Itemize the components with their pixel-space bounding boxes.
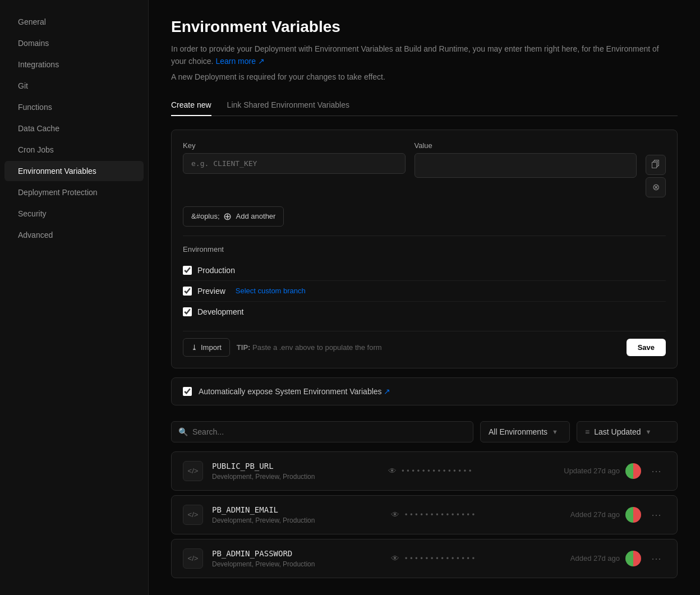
- learn-more-link[interactable]: Learn more ↗: [215, 57, 264, 66]
- sort-label: Last Updated: [594, 427, 641, 436]
- var-envs-0: Development, Preview, Production: [212, 473, 379, 481]
- value-actions: 🗍 ⊗: [646, 141, 666, 197]
- masked-value-1: ••••••••••••••: [404, 511, 476, 519]
- sidebar-item-security[interactable]: Security: [4, 204, 144, 224]
- development-checkbox-row: Development: [183, 302, 666, 322]
- var-code-icon-2: </>: [183, 548, 203, 569]
- auto-expose-card: Automatically expose System Environment …: [171, 377, 678, 405]
- var-meta-0: Updated 27d ago ⋯: [564, 463, 666, 479]
- status-dot-2: [625, 551, 641, 566]
- sidebar-item-data-cache[interactable]: Data Cache: [4, 118, 144, 139]
- var-code-icon-0: </>: [183, 461, 203, 481]
- remove-row-button[interactable]: ⊗: [646, 177, 666, 197]
- filter-bar: 🔍 All Environments ▼ ≡ Last Updated ▼: [171, 421, 678, 442]
- env-filter-label: All Environments: [489, 427, 547, 436]
- var-meta-1: Added 27d ago ⋯: [570, 506, 666, 523]
- masked-value-0: ••••••••••••••: [401, 467, 473, 475]
- tab-link-shared[interactable]: Link Shared Environment Variables: [227, 95, 349, 116]
- table-row: </> PB_ADMIN_EMAIL Development, Preview,…: [171, 495, 678, 534]
- preview-checkbox[interactable]: [183, 287, 192, 296]
- var-value-area-0: 👁 ••••••••••••••: [388, 466, 555, 476]
- search-input[interactable]: [192, 422, 466, 442]
- system-env-vars-link[interactable]: System Environment Variables ↗: [275, 387, 390, 396]
- page-description: In order to provide your Deployment with…: [171, 43, 676, 68]
- env-filter-dropdown[interactable]: All Environments ▼: [480, 421, 570, 442]
- sort-chevron-down-icon: ▼: [645, 428, 651, 435]
- table-row: </> PB_ADMIN_PASSWORD Development, Previ…: [171, 539, 678, 578]
- var-envs-2: Development, Preview, Production: [212, 560, 382, 568]
- add-another-button[interactable]: &#oplus; ⊕ Add another: [183, 206, 284, 227]
- key-label: Key: [183, 141, 406, 150]
- eye-icon-2[interactable]: 👁: [391, 554, 399, 563]
- tabs: Create new Link Shared Environment Varia…: [171, 95, 678, 116]
- var-value-area-1: 👁 ••••••••••••••: [391, 510, 561, 519]
- development-label: Development: [197, 307, 244, 316]
- var-info-0: PUBLIC_PB_URL Development, Preview, Prod…: [212, 462, 379, 481]
- value-group: Value: [415, 141, 637, 178]
- import-label: Import: [201, 343, 222, 352]
- var-name-0: PUBLIC_PB_URL: [212, 462, 379, 471]
- var-time-0: Updated 27d ago: [564, 467, 620, 475]
- var-envs-1: Development, Preview, Production: [212, 516, 382, 524]
- sidebar-item-domains[interactable]: Domains: [4, 33, 144, 53]
- table-row: </> PUBLIC_PB_URL Development, Preview, …: [171, 451, 678, 491]
- key-input[interactable]: [183, 153, 406, 174]
- var-name-2: PB_ADMIN_PASSWORD: [212, 549, 382, 558]
- deployment-notice: A new Deployment is required for your ch…: [171, 72, 678, 81]
- more-button-2[interactable]: ⋯: [647, 550, 666, 567]
- status-dot-0: [625, 463, 641, 479]
- production-label: Production: [197, 266, 235, 275]
- tab-create-new[interactable]: Create new: [171, 95, 211, 116]
- var-time-1: Added 27d ago: [570, 510, 620, 519]
- eye-icon-1[interactable]: 👁: [391, 510, 399, 519]
- var-time-2: Added 27d ago: [570, 554, 620, 562]
- sidebar-item-general[interactable]: General: [4, 12, 144, 32]
- form-footer: ⤓ Import TIP: Paste a .env above to popu…: [183, 331, 666, 357]
- plus-symbol: ⊕: [223, 211, 232, 222]
- production-checkbox[interactable]: [183, 266, 192, 275]
- sort-icon: ≡: [585, 427, 590, 436]
- eye-icon-0[interactable]: 👁: [388, 466, 397, 476]
- environment-section: Environment Production Preview Select cu…: [183, 236, 666, 322]
- var-name-1: PB_ADMIN_EMAIL: [212, 505, 382, 514]
- env-vars-list: </> PUBLIC_PB_URL Development, Preview, …: [171, 451, 678, 578]
- sidebar-item-cron-jobs[interactable]: Cron Jobs: [4, 140, 144, 160]
- preview-label: Preview: [197, 287, 225, 296]
- search-box: 🔍: [171, 421, 473, 442]
- sidebar-item-advanced[interactable]: Advanced: [4, 225, 144, 245]
- chevron-down-icon: ▼: [552, 428, 558, 435]
- more-button-1[interactable]: ⋯: [647, 506, 666, 523]
- sort-dropdown[interactable]: ≡ Last Updated ▼: [577, 421, 678, 442]
- key-group: Key: [183, 141, 406, 174]
- auto-expose-checkbox[interactable]: [183, 387, 192, 396]
- environment-label: Environment: [183, 245, 666, 253]
- download-icon: ⤓: [191, 343, 197, 352]
- sidebar: General Domains Integrations Git Functio…: [0, 0, 149, 595]
- var-info-2: PB_ADMIN_PASSWORD Development, Preview, …: [212, 549, 382, 568]
- main-content: Environment Variables In order to provid…: [149, 0, 700, 595]
- add-another-label: Add another: [236, 212, 276, 220]
- search-icon: 🔍: [178, 427, 188, 436]
- var-value-area-2: 👁 ••••••••••••••: [391, 554, 561, 563]
- sidebar-item-integrations[interactable]: Integrations: [4, 54, 144, 75]
- save-button[interactable]: Save: [627, 339, 666, 356]
- sidebar-item-functions[interactable]: Functions: [4, 97, 144, 117]
- development-checkbox[interactable]: [183, 307, 192, 316]
- page-title: Environment Variables: [171, 18, 678, 36]
- production-checkbox-row: Production: [183, 260, 666, 281]
- var-meta-2: Added 27d ago ⋯: [570, 550, 666, 567]
- sidebar-item-environment-variables[interactable]: Environment Variables: [4, 161, 144, 181]
- status-dot-1: [625, 507, 641, 523]
- preview-checkbox-row: Preview Select custom branch: [183, 281, 666, 302]
- value-label: Value: [415, 141, 637, 150]
- import-button[interactable]: ⤓ Import: [183, 338, 230, 357]
- var-info-1: PB_ADMIN_EMAIL Development, Preview, Pro…: [212, 505, 382, 524]
- sidebar-item-deployment-protection[interactable]: Deployment Protection: [4, 182, 144, 202]
- key-value-row: Key Value 🗍 ⊗: [183, 141, 666, 197]
- select-custom-branch-link[interactable]: Select custom branch: [236, 287, 306, 295]
- more-button-0[interactable]: ⋯: [647, 463, 666, 479]
- value-input[interactable]: [415, 153, 637, 178]
- sidebar-item-git[interactable]: Git: [4, 76, 144, 96]
- var-code-icon-1: </>: [183, 505, 203, 525]
- paste-icon-button[interactable]: 🗍: [646, 155, 666, 175]
